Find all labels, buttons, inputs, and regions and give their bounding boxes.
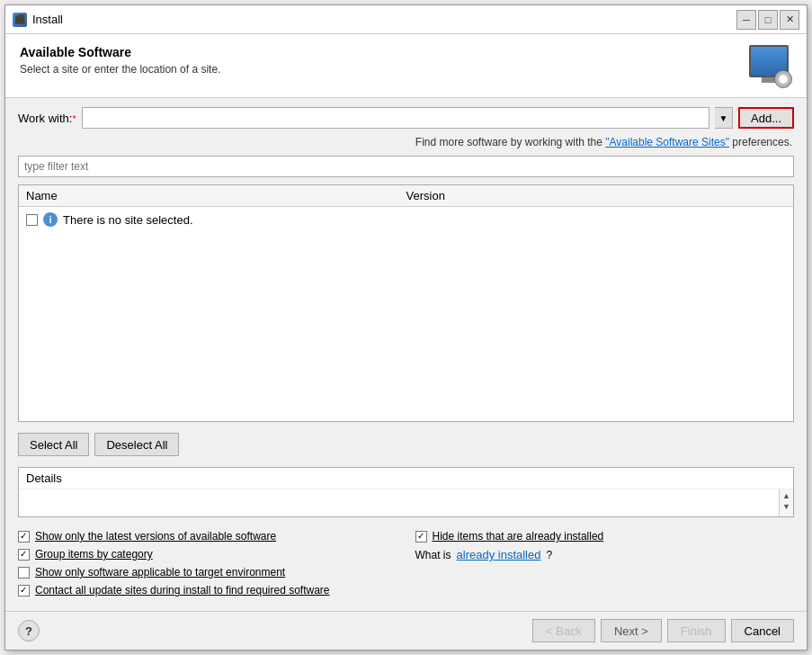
dropdown-arrow[interactable]: ▼ — [715, 107, 733, 129]
details-section: Details ▲ ▼ — [18, 467, 794, 517]
window-icon: ⬛ — [13, 13, 27, 27]
title-bar-left: ⬛ Install — [13, 13, 63, 27]
deselect-all-button[interactable]: Deselect All — [94, 433, 179, 456]
cd-icon — [774, 70, 792, 88]
hide-installed-checkbox[interactable] — [415, 531, 427, 543]
add-button[interactable]: Add... — [738, 107, 794, 129]
details-body-row: ▲ ▼ — [19, 489, 793, 516]
table-body: i There is no site selected. — [19, 207, 793, 421]
header-icon — [749, 45, 792, 88]
required-star: * — [72, 113, 76, 124]
option-hide-installed-row: Hide items that are already installed — [415, 530, 795, 543]
already-installed-suffix: ? — [546, 549, 552, 561]
find-more-prefix: Find more software by working with the — [415, 136, 605, 148]
options-left: Show only the latest versions of availab… — [18, 530, 397, 597]
already-installed-row: What is already installed ? — [415, 548, 795, 561]
page-title: Available Software — [20, 45, 220, 59]
scroll-up-arrow[interactable]: ▲ — [782, 491, 790, 500]
software-table: Name Version i There is no site selected… — [18, 184, 794, 422]
column-name: Name — [26, 189, 406, 202]
back-button[interactable]: < Back — [532, 619, 595, 642]
show-latest-checkbox[interactable] — [18, 531, 30, 543]
help-button[interactable]: ? — [18, 620, 40, 642]
work-with-row: Work with:* ▼ Add... — [18, 107, 794, 129]
already-installed-link[interactable]: already installed — [457, 548, 541, 561]
select-deselect-row: Select All Deselect All — [18, 429, 794, 460]
column-extra — [596, 189, 786, 202]
option-group-by-category-row: Group items by category — [18, 548, 397, 561]
title-bar: ⬛ Install ─ □ ✕ — [5, 5, 807, 34]
info-icon: i — [43, 212, 58, 227]
work-with-input[interactable] — [82, 107, 709, 129]
minimize-button[interactable]: ─ — [736, 10, 756, 30]
select-all-button[interactable]: Select All — [18, 433, 89, 456]
main-body: Work with:* ▼ Add... Find more software … — [5, 98, 807, 611]
column-version: Version — [406, 189, 596, 202]
options-section: Show only the latest versions of availab… — [18, 525, 794, 602]
title-bar-buttons: ─ □ ✕ — [736, 10, 799, 30]
contact-update-sites-checkbox[interactable] — [18, 585, 30, 597]
filter-row — [18, 156, 794, 177]
footer-right: < Back Next > Finish Cancel — [532, 619, 794, 642]
next-button[interactable]: Next > — [601, 619, 662, 642]
already-installed-prefix: What is — [415, 549, 451, 561]
details-label: Details — [26, 471, 62, 485]
cancel-button[interactable]: Cancel — [731, 619, 794, 642]
group-by-category-label: Group items by category — [35, 548, 153, 561]
maximize-button[interactable]: □ — [758, 10, 778, 30]
page-subtitle: Select a site or enter the location of a… — [20, 63, 220, 76]
no-site-checkbox[interactable] — [26, 214, 38, 226]
scrollbar[interactable]: ▲ ▼ — [779, 489, 793, 516]
header-text: Available Software Select a site or ente… — [20, 45, 220, 76]
details-header: Details — [19, 468, 793, 489]
group-by-category-checkbox[interactable] — [18, 549, 30, 561]
options-right: Hide items that are already installed Wh… — [415, 530, 795, 597]
contact-update-sites-label: Contact all update sites during install … — [35, 584, 330, 597]
option-contact-update-sites-row: Contact all update sites during install … — [18, 584, 397, 597]
details-content — [19, 489, 779, 516]
no-site-row: i There is no site selected. — [26, 212, 193, 227]
filter-input[interactable] — [18, 156, 794, 177]
show-applicable-label: Show only software applicable to target … — [35, 566, 285, 579]
footer: ? < Back Next > Finish Cancel — [5, 611, 807, 650]
available-software-sites-link[interactable]: "Available Software Sites" — [605, 136, 729, 148]
install-window: ⬛ Install ─ □ ✕ Available Software Selec… — [4, 4, 808, 651]
no-site-message: There is no site selected. — [63, 213, 193, 227]
option-show-latest-row: Show only the latest versions of availab… — [18, 530, 397, 543]
find-more-row: Find more software by working with the "… — [18, 136, 794, 148]
show-latest-label: Show only the latest versions of availab… — [35, 530, 276, 543]
option-show-applicable-row: Show only software applicable to target … — [18, 566, 397, 579]
footer-left: ? — [18, 620, 40, 642]
window-title: Install — [32, 13, 63, 26]
find-more-suffix: preferences. — [732, 136, 792, 148]
finish-button[interactable]: Finish — [667, 619, 726, 642]
scroll-down-arrow[interactable]: ▼ — [782, 502, 790, 511]
show-applicable-checkbox[interactable] — [18, 567, 30, 579]
close-button[interactable]: ✕ — [780, 10, 799, 30]
table-header: Name Version — [19, 185, 793, 207]
hide-installed-label: Hide items that are already installed — [433, 530, 604, 543]
header-section: Available Software Select a site or ente… — [5, 34, 807, 98]
work-with-label: Work with:* — [18, 112, 76, 125]
options-columns: Show only the latest versions of availab… — [18, 530, 794, 597]
